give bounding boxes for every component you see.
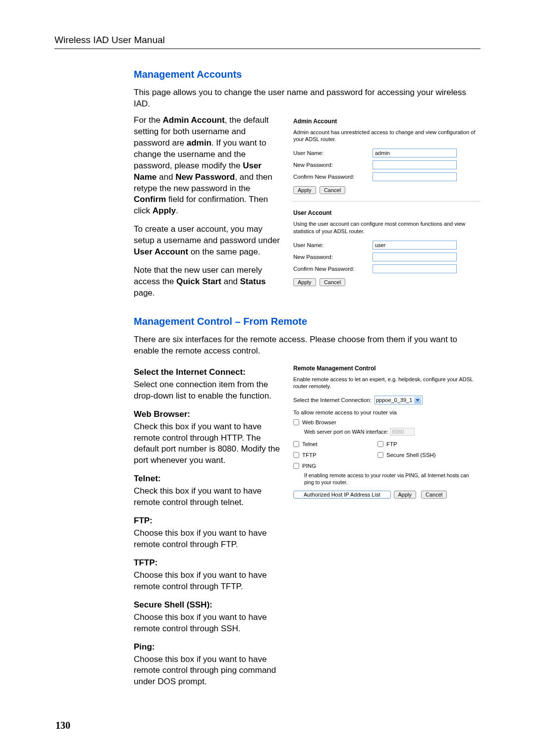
admin-account-panel: Admin Account Admin account has unrestri…	[292, 115, 481, 202]
user-cancel-button[interactable]: Cancel	[320, 278, 345, 286]
tftp-label: TFTP	[302, 452, 317, 458]
user-confirmpwd-label: Confirm New Password:	[293, 266, 373, 272]
section2-intro: There are six interfaces for the remote …	[134, 334, 481, 357]
ping-note: If enabling remote access to your router…	[293, 472, 480, 485]
telnet-checkbox[interactable]	[293, 441, 299, 447]
section1-right-column: Admin Account Admin account has unrestri…	[292, 115, 481, 306]
sub-select-connect-desc: Select one connection item from the drop…	[134, 379, 282, 402]
user-newpwd-label: New Password:	[293, 254, 373, 260]
section1-left-column: For the Admin Account, the default setti…	[134, 115, 282, 306]
user-account-panel: User Account Using the user account can …	[292, 206, 481, 293]
user-username-label: User Name:	[293, 242, 373, 248]
admin-apply-button[interactable]: Apply	[293, 186, 316, 194]
ping-checkbox[interactable]	[293, 463, 299, 469]
section2-left-column: Select the Internet Connect: Select one …	[134, 362, 282, 695]
user-newpwd-input[interactable]	[373, 252, 457, 261]
sub-ping-desc: Choose this box if you want to have remo…	[134, 654, 282, 688]
admin-account-desc: Admin account has unrestricted access to…	[293, 129, 480, 143]
page-header: Wireless IAD User Manual	[54, 35, 481, 49]
sub-telnet-desc: Check this box if you want to have remot…	[134, 486, 282, 508]
section1-para1: For the Admin Account, the default setti…	[134, 115, 282, 217]
admin-newpwd-label: New Password:	[293, 162, 373, 168]
admin-username-input[interactable]	[373, 149, 457, 157]
ssh-checkbox[interactable]	[377, 452, 383, 458]
remote-apply-button[interactable]: Apply	[394, 491, 417, 499]
admin-username-label: User Name:	[293, 150, 373, 156]
sub-select-connect: Select the Internet Connect:	[134, 367, 282, 378]
admin-confirmpwd-input[interactable]	[373, 172, 457, 181]
remote-mgmt-panel: Remote Management Control Enable remote …	[292, 362, 481, 505]
section-heading-remote: Management Control – From Remote	[134, 316, 481, 327]
sub-web-browser-desc: Check this box if you want to have remot…	[134, 421, 282, 467]
remote-select-label: Select the Internet Connection:	[293, 397, 372, 403]
sub-ssh-desc: Choose this box if you want to have remo…	[134, 612, 282, 635]
user-confirmpwd-input[interactable]	[373, 264, 457, 273]
remote-mgmt-title: Remote Management Control	[293, 365, 480, 372]
remote-connection-select[interactable]: pppoe_0_39_1	[374, 396, 423, 404]
user-account-title: User Account	[293, 209, 480, 216]
web-browser-checkbox[interactable]	[293, 419, 299, 425]
telnet-label: Telnet	[302, 441, 318, 447]
sub-telnet: Telnet:	[134, 473, 282, 485]
ftp-label: FTP	[386, 441, 397, 447]
sub-ssh: Secure Shell (SSH):	[134, 600, 282, 611]
sub-tftp-desc: Choose this box if you want to have remo…	[134, 570, 282, 593]
admin-confirmpwd-label: Confirm New Password:	[293, 174, 373, 180]
user-account-desc: Using the user account can configure mos…	[293, 220, 480, 235]
sub-ftp-desc: Choose this box if you want to have remo…	[134, 528, 282, 551]
tftp-checkbox[interactable]	[293, 452, 299, 458]
sub-ping: Ping:	[134, 642, 282, 653]
remote-allow-text: To allow remote access to your router vi…	[293, 409, 480, 415]
web-port-input[interactable]	[390, 428, 415, 436]
authorized-host-button[interactable]: Authorized Host IP Address List	[293, 491, 391, 499]
admin-newpwd-input[interactable]	[373, 160, 457, 169]
section1-para2: To create a user account, you may setup …	[134, 224, 282, 258]
chevron-down-icon	[414, 397, 421, 403]
section1-intro: This page allows you to change the user …	[134, 87, 481, 110]
ftp-checkbox[interactable]	[377, 441, 383, 447]
web-port-label: Web server port on WAN interface:	[304, 429, 388, 435]
ssh-label: Secure Shell (SSH)	[386, 452, 436, 458]
user-apply-button[interactable]: Apply	[293, 278, 316, 286]
user-username-input[interactable]	[373, 241, 457, 250]
admin-account-title: Admin Account	[293, 118, 480, 125]
remote-cancel-button[interactable]: Cancel	[421, 491, 447, 499]
admin-cancel-button[interactable]: Cancel	[320, 186, 345, 194]
section-heading-accounts: Management Accounts	[134, 69, 481, 80]
remote-mgmt-desc: Enable remote access to let an expert, e…	[293, 376, 480, 390]
page-number: 130	[55, 720, 70, 731]
section2-right-column: Remote Management Control Enable remote …	[292, 362, 481, 695]
sub-ftp: FTP:	[134, 515, 282, 527]
web-browser-label: Web Browser	[302, 419, 336, 425]
ping-label: PING	[302, 463, 316, 469]
sub-tftp: TFTP:	[134, 557, 282, 569]
sub-web-browser: Web Browser:	[134, 409, 282, 420]
section1-para3: Note that the new user can merely access…	[134, 265, 282, 299]
